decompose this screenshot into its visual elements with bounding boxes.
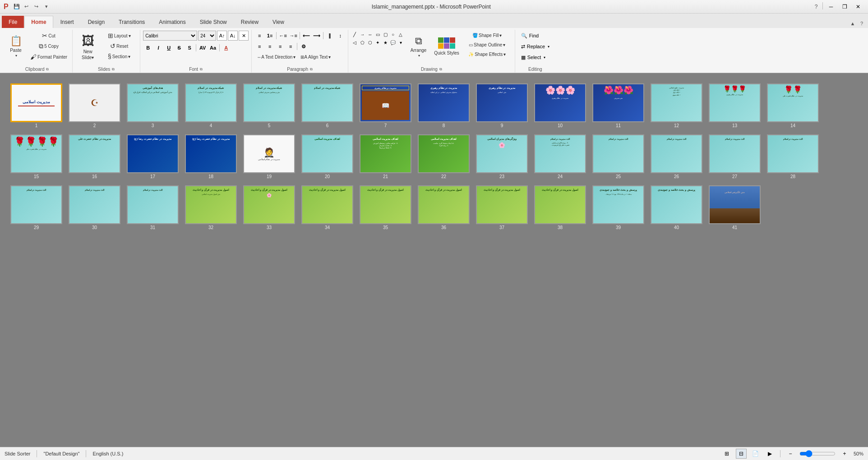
clear-formatting-button[interactable]: ✕ xyxy=(239,31,249,41)
slide-thumb-23[interactable]: ویژگی‌های مدیران اسلامی 🌸 23 xyxy=(475,133,529,180)
shape-star5[interactable]: ★ xyxy=(382,39,389,46)
underline-button[interactable]: U xyxy=(164,43,174,53)
slide-thumb-17[interactable]: مدیریت در نظام حضرت رضا (ع) 17 xyxy=(125,133,180,180)
shape-line[interactable]: ╱ xyxy=(351,31,358,38)
layout-button[interactable]: ⊞ Layout ▾ xyxy=(101,31,137,41)
numbering-button[interactable]: 1≡ xyxy=(265,31,275,41)
slide-thumb-22[interactable]: اهداف مدیریت اسلامی -۵- ایجاد محیط کاری … xyxy=(416,133,471,180)
slide-thumb-10[interactable]: 🌸🌸🌸 مدیریت در نظام رهبری 10 xyxy=(533,82,587,129)
shape-arrow[interactable]: → xyxy=(359,31,366,38)
align-text-button[interactable]: ⊞A Align Text ▾ xyxy=(298,52,333,61)
copy-button[interactable]: ⧉ 5 Copy xyxy=(28,41,69,51)
customize-qa-button[interactable]: ▾ xyxy=(42,2,51,11)
shape-rect[interactable]: ▭ xyxy=(374,31,381,38)
slide-sorter[interactable]: مدیریت اسلامی 1 ☪ 2 هدف‌های آموزشی متن آ… xyxy=(0,73,868,447)
slide-thumb-11[interactable]: 🌺🌺🌺 متن مدیریتی 11 xyxy=(591,82,646,129)
slides-expander[interactable]: ⧉ xyxy=(112,67,115,72)
slide-thumb-9[interactable]: مدیریت در نظام رهبری متن اسلامی 9 xyxy=(475,82,529,129)
slide-thumb-28[interactable]: اکت مدیریت در اسلام 28 xyxy=(766,133,820,180)
slide-thumb-33[interactable]: اصول مدیریت در قرآن و احادیث 🌸 33 xyxy=(242,184,296,231)
drawing-expander[interactable]: ⧉ xyxy=(439,67,442,72)
slide-thumb-35[interactable]: اصول مدیریت در قرآن و احادیث 35 xyxy=(358,184,413,231)
justify-button[interactable]: ≡ xyxy=(286,41,295,51)
slide-thumb-24[interactable]: اکت مدیریت در اسلام -۲- روح پاکیزه و راس… xyxy=(533,133,587,180)
slide-thumb-27[interactable]: اکت مدیریت در اسلام 27 xyxy=(707,133,762,180)
columns-button[interactable]: ∥ xyxy=(325,31,335,41)
redo-qa-button[interactable]: ↪ xyxy=(32,2,41,11)
shape-callout[interactable]: 💬 xyxy=(389,39,397,46)
shape-effects-button[interactable]: ✨ Shape Effects ▾ xyxy=(462,50,512,59)
slide-thumb-3[interactable]: هدف‌های آموزشی متن آموزشی اسلامی در این … xyxy=(125,82,180,129)
shape-oval[interactable]: ○ xyxy=(389,31,397,38)
slide-thumb-14[interactable]: 🌹🌹 مدیریت در نظام حضرت علی 14 xyxy=(766,82,820,129)
slide-thumb-37[interactable]: اصول مدیریت در قرآن و احادیث 37 xyxy=(475,184,529,231)
slide-thumb-20[interactable]: اهداف مدیریت اسلامی 20 xyxy=(300,133,355,180)
rtl-button[interactable]: ⟵ xyxy=(301,31,311,41)
line-spacing-button[interactable]: ↕ xyxy=(335,31,345,41)
cut-button[interactable]: ✂ Cut xyxy=(28,31,69,41)
shape-more[interactable]: ▾ xyxy=(397,39,404,46)
char-space-button[interactable]: AV xyxy=(198,43,208,53)
slide-thumb-34[interactable]: اصول مدیریت در قرآن و احادیث 34 xyxy=(300,184,355,231)
tab-transitions[interactable]: Transitions xyxy=(112,16,152,28)
tab-review[interactable]: Review xyxy=(234,16,265,28)
slide-thumb-21[interactable]: اهداف مدیریت اسلامی -۷- فراهم ساختن زمین… xyxy=(358,133,413,180)
increase-font-button[interactable]: A↑ xyxy=(217,31,227,41)
new-slide-button[interactable]: 🖼 New Slide▾ xyxy=(75,31,100,62)
italic-button[interactable]: I xyxy=(153,43,163,53)
select-button[interactable]: ▦ Select ▾ xyxy=(518,52,553,62)
align-left-button[interactable]: ≡ xyxy=(254,41,264,51)
slide-thumb-38[interactable]: اصول مدیریت در قرآن و احادیث 38 xyxy=(533,184,587,231)
slide-thumb-12[interactable]: مدیریت علوم اسلامی• نکته اول• نکته دوم• … xyxy=(649,82,704,129)
font-size-select[interactable]: 24 12 16 28 32 36 xyxy=(198,31,216,41)
arrange-button[interactable]: ⧉ Arrange ▾ xyxy=(406,31,431,62)
tab-animations[interactable]: Animations xyxy=(152,16,192,28)
slide-thumb-1[interactable]: مدیریت اسلامی 1 xyxy=(9,82,64,129)
shape-triangle[interactable]: △ xyxy=(397,31,404,38)
slide-thumb-13[interactable]: 🌹🌹🌹 مدیریت در نظام رهبری 13 xyxy=(707,82,762,129)
paragraph-expander[interactable]: ⧉ xyxy=(310,67,313,72)
shadow-button[interactable]: S xyxy=(185,43,194,53)
quick-styles-button[interactable]: Quick Styles xyxy=(432,31,462,62)
decrease-font-button[interactable]: A↓ xyxy=(228,31,238,41)
slide-thumb-15[interactable]: 🌹🌹🌹🌹 مدیریت در نظام حضرت علی 15 xyxy=(9,133,64,180)
zoom-in-button[interactable]: + xyxy=(839,449,850,459)
bold-button[interactable]: B xyxy=(143,43,153,53)
ribbon-help-button[interactable]: ? xyxy=(857,19,866,28)
shape-pentagon[interactable]: ⬠ xyxy=(359,39,366,46)
slide-thumb-32[interactable]: اصول مدیریت در قرآن و احادیث متن اصول مد… xyxy=(184,184,238,231)
tab-view[interactable]: View xyxy=(266,16,291,28)
tab-slideshow[interactable]: Slide Show xyxy=(193,16,234,28)
slide-thumb-19[interactable]: 🤵 مدیریت در نظام اسلامی 19 xyxy=(242,133,296,180)
zoom-slider[interactable] xyxy=(799,451,836,457)
help-button[interactable]: ? xyxy=(812,2,821,11)
slideshow-view-button[interactable]: ▶ xyxy=(765,449,776,459)
minimize-button[interactable]: ─ xyxy=(825,2,837,11)
replace-button[interactable]: ⇄ Replace ▾ xyxy=(518,41,553,51)
slide-thumb-5[interactable]: شبکه مدیریت در اسلام متن و مضامین مدیریت… xyxy=(242,82,296,129)
find-button[interactable]: 🔍 Find xyxy=(518,31,553,41)
slide-thumb-18[interactable]: مدیریت در نظام حضرت رضا (ع) 18 xyxy=(184,133,238,180)
ribbon-minimize-button[interactable]: ▲ xyxy=(848,19,857,28)
close-button[interactable]: ✕ xyxy=(852,2,864,11)
tab-home[interactable]: Home xyxy=(24,16,53,28)
format-painter-button[interactable]: 🖌 Format Painter xyxy=(28,52,69,62)
slide-thumb-31[interactable]: اکت مدیریت در اسلام 31 xyxy=(125,184,180,231)
shape-hexagon[interactable]: ⬡ xyxy=(366,39,374,46)
tab-insert[interactable]: Insert xyxy=(54,16,81,28)
slide-thumb-4[interactable]: شبکه مدیریت در اسلام ‌•۱) از قرآن ۲۴ فرم… xyxy=(184,82,238,129)
text-direction-button[interactable]: ↔A Text Direction ▾ xyxy=(254,52,298,61)
slide-thumb-36[interactable]: اصول مدیریت در قرآن و احادیث 36 xyxy=(416,184,471,231)
restore-button[interactable]: ❐ xyxy=(838,2,851,11)
slide-sorter-view-button[interactable]: ⊟ xyxy=(736,449,747,459)
tab-file[interactable]: File xyxy=(2,16,24,28)
align-right-button[interactable]: ≡ xyxy=(275,41,285,51)
bullets-button[interactable]: ≡ xyxy=(254,31,264,41)
undo-qa-button[interactable]: ↩ xyxy=(22,2,31,11)
save-qa-button[interactable]: 💾 xyxy=(12,2,21,11)
font-name-select[interactable]: Calibri Arial Times New Roman xyxy=(143,31,197,41)
reading-view-button[interactable]: 📄 xyxy=(750,449,761,459)
paste-button[interactable]: 📋 Paste ▾ xyxy=(5,31,27,62)
slide-thumb-25[interactable]: اکت مدیریت در اسلام 25 xyxy=(591,133,646,180)
strikethrough-button[interactable]: S xyxy=(174,43,184,53)
